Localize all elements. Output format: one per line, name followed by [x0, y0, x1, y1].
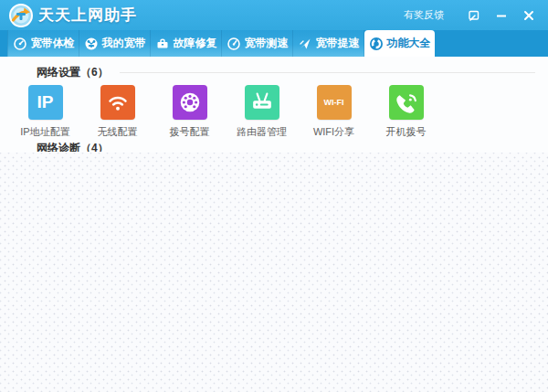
- tab-all-features[interactable]: 功能大全: [364, 30, 435, 57]
- tab-label: 宽带体检: [31, 36, 75, 51]
- empty-dotted-area: [0, 153, 548, 392]
- app-title: 天天上网助手: [38, 5, 137, 26]
- dial-config-icon: [173, 85, 207, 120]
- ip-tile-text: IP: [37, 92, 54, 112]
- tab-label: 我的宽带: [102, 36, 146, 51]
- tile-label: 拨号配置: [170, 125, 210, 139]
- titlebar: 天天上网助手 有奖反馈: [0, 0, 548, 30]
- tile-label: 开机拨号: [386, 125, 427, 139]
- tabbar: 宽带体检 我的宽带 故障修复 宽带测速: [0, 30, 548, 57]
- feature-router-manage[interactable]: 路由器管理: [226, 85, 298, 139]
- section-divider: [120, 72, 535, 73]
- tab-broadband-checkup[interactable]: 宽带体检: [7, 30, 79, 57]
- feature-ip-config[interactable]: IP IP地址配置: [9, 85, 81, 139]
- all-features-icon: [369, 37, 384, 51]
- wifi-tile-text: WI-FI: [324, 98, 344, 107]
- my-broadband-icon: [84, 37, 99, 51]
- tile-label: 无线配置: [98, 125, 138, 139]
- speed-boost-icon: [298, 37, 312, 51]
- tab-label: 宽带测速: [245, 36, 289, 51]
- tab-speed-boost[interactable]: 宽带提速: [293, 30, 364, 57]
- section-title: 网络诊断（4）: [37, 141, 109, 152]
- feature-wifi-share[interactable]: WI-FI WIFI分享: [298, 85, 370, 139]
- minimize-button[interactable]: [490, 5, 513, 26]
- content-panel: 网络设置（6） IP IP地址配置 无线配置: [0, 57, 548, 392]
- section-header-network-diagnosis: 网络诊断（4）: [0, 141, 548, 152]
- ip-config-icon: IP: [28, 85, 63, 120]
- tab-label: 故障修复: [174, 36, 217, 51]
- tile-label: 路由器管理: [237, 125, 287, 139]
- feedback-note-icon[interactable]: [462, 5, 486, 26]
- tab-label: 功能大全: [387, 36, 431, 51]
- section-title: 网络设置（6）: [37, 65, 109, 80]
- router-manage-icon: [245, 85, 279, 120]
- close-button[interactable]: [517, 5, 541, 26]
- feedback-link[interactable]: 有奖反馈: [404, 8, 444, 22]
- fault-repair-icon: [155, 37, 170, 51]
- tile-label: IP地址配置: [20, 125, 69, 139]
- tile-label: WIFI分享: [313, 125, 354, 139]
- section-header-network-settings: 网络设置（6）: [0, 57, 548, 80]
- speed-test-icon: [227, 37, 241, 51]
- tab-fault-repair[interactable]: 故障修复: [151, 30, 222, 57]
- feature-tiles-row: IP IP地址配置 无线配置: [0, 85, 548, 139]
- wireless-config-icon: [100, 85, 135, 120]
- tab-speed-test[interactable]: 宽带测速: [222, 30, 293, 57]
- app-logo-icon: [9, 4, 33, 27]
- feature-wireless-config[interactable]: 无线配置: [81, 85, 153, 139]
- feature-dial-config[interactable]: 拨号配置: [153, 85, 226, 139]
- broadband-checkup-icon: [13, 37, 27, 51]
- wifi-share-icon: WI-FI: [317, 85, 352, 120]
- app-window: 天天上网助手 有奖反馈 宽带体检: [0, 0, 548, 392]
- tab-label: 宽带提速: [316, 36, 360, 51]
- boot-dial-icon: [389, 85, 424, 120]
- feature-boot-dial[interactable]: 开机拨号: [370, 85, 442, 139]
- tab-my-broadband[interactable]: 我的宽带: [79, 30, 151, 57]
